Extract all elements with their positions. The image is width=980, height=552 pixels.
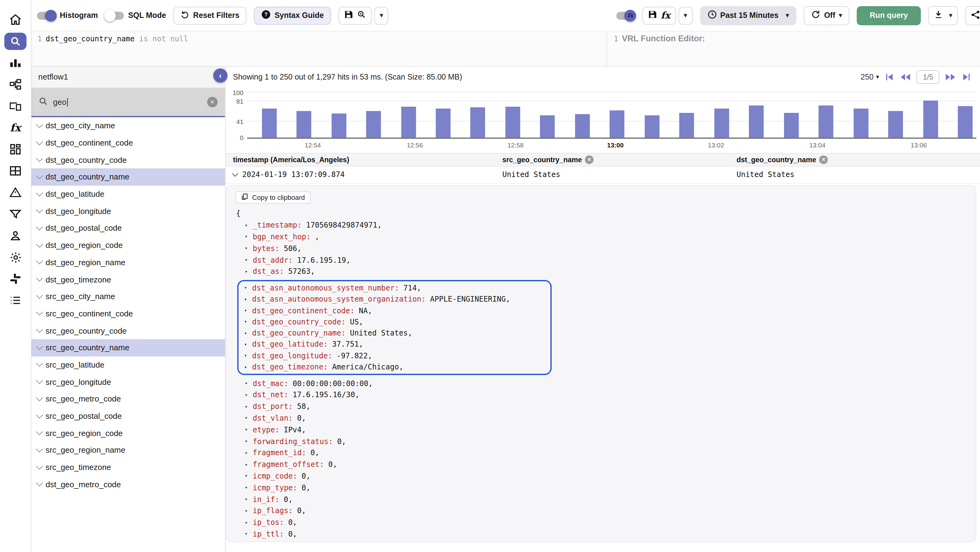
collapse-node-icon[interactable]: ▾	[245, 269, 253, 274]
field-list-item[interactable]: dst_geo_region_code	[31, 237, 225, 254]
histogram-bar[interactable]	[401, 106, 416, 137]
auto-refresh-button[interactable]: Off ▾	[804, 6, 850, 25]
histogram-bar[interactable]	[784, 113, 799, 137]
field-list-item[interactable]: src_geo_metro_code	[31, 391, 225, 407]
histogram-bar[interactable]	[331, 113, 346, 137]
histogram-bar[interactable]	[471, 107, 485, 137]
run-query-button[interactable]: Run query	[857, 6, 921, 25]
collapse-node-icon[interactable]: ▾	[244, 364, 252, 370]
field-list-item[interactable]: dst_geo_postal_code	[31, 220, 225, 236]
collapse-node-icon[interactable]: ▾	[245, 381, 253, 386]
field-list-item[interactable]: src_geo_latitude	[31, 356, 225, 373]
settings-gear-icon[interactable]	[4, 249, 27, 266]
field-list-item[interactable]: src_geo_continent_code	[31, 305, 225, 322]
collapse-node-icon[interactable]: ▾	[244, 330, 252, 336]
share-link-button[interactable]	[965, 6, 980, 25]
collapse-node-icon[interactable]: ▾	[244, 319, 252, 325]
collapse-node-icon[interactable]: ▾	[245, 508, 253, 514]
field-list-item[interactable]: src_geo_region_code	[31, 424, 225, 442]
function-icon[interactable]: fx	[4, 119, 27, 136]
collapse-node-icon[interactable]: ▾	[245, 234, 253, 239]
search-logs-icon[interactable]	[4, 33, 27, 50]
remove-column-icon[interactable]: ×	[819, 155, 828, 164]
collapse-node-icon[interactable]: ▾	[244, 342, 252, 347]
collapse-node-icon[interactable]: ▾	[244, 296, 252, 302]
collapse-node-icon[interactable]: ▾	[244, 308, 252, 313]
next-page-button[interactable]	[945, 72, 956, 81]
histogram-bar[interactable]	[923, 101, 938, 137]
collapse-node-icon[interactable]: ▾	[245, 415, 253, 421]
histogram-bar[interactable]	[296, 111, 311, 137]
home-icon[interactable]	[4, 11, 27, 29]
download-results-button[interactable]: ▾	[928, 6, 958, 25]
collapse-fields-button[interactable]: ‹	[213, 69, 228, 83]
histogram-bar[interactable]	[645, 116, 660, 137]
devices-icon[interactable]	[4, 97, 27, 115]
field-list-item[interactable]: dst_geo_country_code	[31, 152, 225, 168]
histogram-bar[interactable]	[575, 114, 590, 137]
field-list-item[interactable]: src_geo_city_name	[31, 288, 225, 305]
time-range-picker[interactable]: Past 15 Minutes ▾	[700, 6, 796, 25]
collapse-node-icon[interactable]: ▾	[245, 257, 253, 263]
field-list-item[interactable]: dst_geo_latitude	[31, 186, 225, 203]
field-list-item[interactable]: src_geo_timezone	[31, 459, 225, 476]
expand-row-icon[interactable]	[232, 170, 238, 176]
stream-select[interactable]: netflow1 ▾	[31, 66, 225, 88]
remove-column-icon[interactable]: ×	[585, 155, 593, 164]
field-search-input[interactable]: geo ×	[31, 88, 225, 117]
collapse-node-icon[interactable]: ▾	[245, 439, 253, 444]
collapse-node-icon[interactable]: ▾	[245, 473, 253, 479]
histogram-bar[interactable]	[540, 115, 555, 138]
histogram-bar[interactable]	[853, 108, 868, 137]
histogram-bar[interactable]	[262, 109, 277, 137]
reset-filters-button[interactable]: Reset Filters	[173, 6, 247, 24]
field-list-item[interactable]: src_geo_postal_code	[31, 407, 225, 424]
copy-to-clipboard-button[interactable]: Copy to clipboard	[235, 191, 310, 204]
page-size-select[interactable]: 250 ▾	[861, 72, 879, 81]
histogram-bar[interactable]	[958, 106, 973, 137]
save-search-button[interactable]	[339, 6, 372, 24]
dashboard-grid-icon[interactable]	[4, 140, 27, 158]
list-icon[interactable]	[4, 292, 27, 309]
field-list-item[interactable]: dst_geo_longitude	[31, 203, 225, 220]
collapse-node-icon[interactable]: ▾	[245, 520, 253, 525]
users-icon[interactable]	[4, 227, 27, 244]
field-list-item[interactable]: dst_geo_continent_code	[31, 134, 225, 151]
clear-search-icon[interactable]: ×	[207, 97, 218, 107]
vrl-function-editor[interactable]: 1 VRL Function Editor:	[606, 31, 980, 66]
column-header-timestamp[interactable]: timestamp (America/Los_Angeles)	[233, 156, 502, 163]
histogram-bar[interactable]	[506, 106, 520, 137]
field-list-item[interactable]: src_geo_country_name	[31, 339, 225, 356]
table-row[interactable]: 2024-01-19 13:07:09.874 United States Un…	[225, 165, 980, 184]
collapse-node-icon[interactable]: ▾	[245, 222, 253, 228]
saved-search-dropdown-button[interactable]: ▾	[374, 6, 388, 24]
save-function-button[interactable]: fx	[642, 6, 676, 24]
column-header-src-geo-country-name[interactable]: src_geo_country_name ×	[502, 155, 737, 164]
alerts-triangle-icon[interactable]	[4, 184, 27, 201]
collapse-node-icon[interactable]: ▾	[245, 485, 253, 490]
histogram-bar[interactable]	[714, 109, 729, 137]
histogram-bar[interactable]	[749, 105, 764, 137]
syntax-guide-button[interactable]: ? Syntax Guide	[254, 6, 331, 24]
prev-page-button[interactable]	[900, 72, 911, 81]
histogram-toggle[interactable]: Histogram	[37, 11, 98, 20]
collapse-node-icon[interactable]: ▾	[245, 450, 253, 456]
field-list-item[interactable]: src_geo_country_code	[31, 322, 225, 339]
sql-mode-toggle[interactable]: SQL Mode	[105, 11, 166, 20]
function-editor-toggle[interactable]: fx	[616, 11, 635, 19]
pipeline-icon[interactable]	[4, 76, 27, 93]
collapse-node-icon[interactable]: ▾	[245, 531, 253, 537]
collapse-node-icon[interactable]: ▾	[245, 427, 253, 432]
slack-icon[interactable]	[4, 270, 27, 287]
histogram-bar[interactable]	[679, 113, 694, 137]
collapse-node-icon[interactable]: ▾	[245, 496, 253, 502]
collapse-node-icon[interactable]: ▾	[245, 404, 253, 409]
collapse-node-icon[interactable]: ▾	[244, 285, 252, 291]
column-header-dst-geo-country-name[interactable]: dst_geo_country_name ×	[737, 155, 980, 164]
histogram-bar[interactable]	[436, 108, 450, 137]
field-list-item[interactable]: dst_geo_timezone	[31, 271, 225, 288]
histogram-bar[interactable]	[819, 105, 833, 137]
histogram-chart[interactable]: 100 81 41 0 12:54	[225, 88, 980, 153]
field-list-item[interactable]: src_geo_region_name	[31, 442, 225, 459]
field-list-item[interactable]: dst_geo_city_name	[31, 117, 225, 134]
